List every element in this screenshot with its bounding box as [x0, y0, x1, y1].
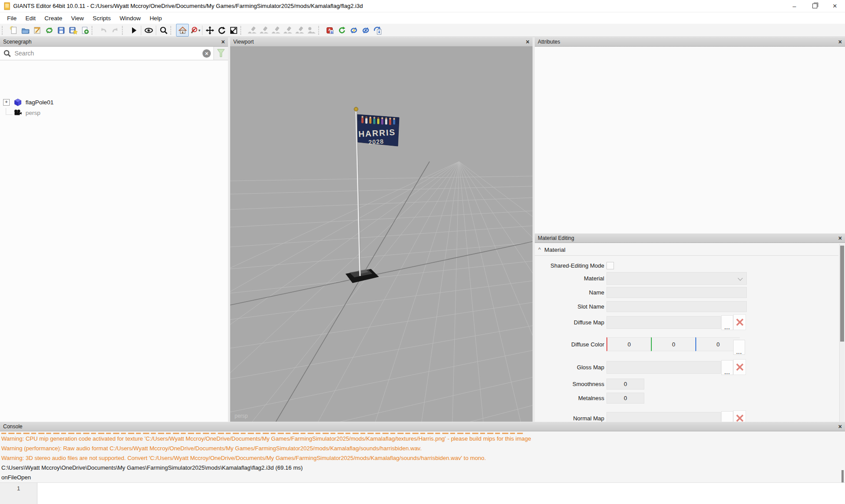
play-button[interactable] — [128, 24, 140, 36]
flag[interactable]: HARRIS 2028 — [357, 114, 399, 146]
console-scrollbar-thumb[interactable] — [841, 470, 844, 482]
open-file-button[interactable] — [19, 24, 31, 36]
reload-circle-icon — [338, 26, 346, 35]
move-icon — [206, 26, 214, 35]
new-file-icon — [9, 26, 18, 35]
diffuse-color-r-field[interactable]: 0 — [606, 337, 651, 351]
menu-file[interactable]: File — [3, 15, 21, 22]
console-panel: Console × Warning: CPU mip generation co… — [0, 422, 845, 504]
material-scrollbar[interactable] — [839, 244, 845, 422]
scenegraph-header[interactable]: Scenegraph × — [0, 37, 228, 47]
smoothness-label: Smoothness — [535, 381, 604, 387]
name-field[interactable] — [606, 287, 747, 298]
redo-button[interactable] — [109, 24, 121, 36]
save-as-button[interactable] — [67, 24, 79, 36]
menu-create[interactable]: Create — [40, 15, 67, 22]
diffuse-color-browse-button[interactable]: ... — [733, 340, 745, 355]
diffuse-map-label: Diffuse Map — [535, 319, 604, 326]
material-editing-close-button[interactable]: × — [838, 235, 842, 241]
metalness-field[interactable]: 0 — [606, 393, 644, 404]
zoom-button[interactable] — [158, 24, 169, 36]
reload-shaders-button[interactable] — [348, 24, 360, 36]
console-command-area[interactable]: 1 — [0, 482, 845, 504]
restore-button[interactable] — [805, 0, 825, 12]
diffuse-color-g-field[interactable]: 0 — [651, 337, 695, 351]
menu-view[interactable]: View — [67, 15, 88, 22]
normal-map-browse-button[interactable]: ... — [721, 411, 733, 422]
eye-icon — [144, 26, 154, 35]
reload-button[interactable] — [43, 24, 55, 36]
new-file-button[interactable] — [7, 24, 19, 36]
console-close-button[interactable]: × — [838, 423, 842, 430]
terrain-tool-icon — [247, 26, 257, 35]
notepad-edit-button[interactable] — [31, 24, 43, 36]
rotate-tool-button[interactable] — [216, 24, 228, 36]
gloss-map-browse-button[interactable]: ... — [721, 360, 733, 375]
menu-scripts[interactable]: Scripts — [88, 15, 115, 22]
close-window-button[interactable]: × — [825, 0, 845, 12]
search-filter-button[interactable] — [213, 47, 228, 60]
minimize-button[interactable]: – — [784, 0, 805, 12]
save-button[interactable] — [55, 24, 67, 36]
material-section-header[interactable]: ^ Material — [535, 244, 838, 256]
search-icon — [4, 50, 11, 57]
material-dropdown[interactable] — [606, 272, 747, 285]
expand-toggle-icon[interactable]: + — [3, 99, 10, 106]
viewport-close-button[interactable]: × — [526, 39, 529, 45]
normal-map-row: Normal Map ... — [535, 411, 845, 422]
normal-map-clear-button[interactable] — [733, 410, 746, 422]
diffuse-map-field[interactable] — [606, 316, 721, 329]
scale-tool-button[interactable] — [228, 24, 239, 36]
scenegraph-close-button[interactable]: × — [221, 39, 225, 45]
text-abc-button[interactable]: AB — [324, 24, 336, 36]
material-scrollbar-thumb[interactable] — [840, 246, 844, 342]
slot-name-field[interactable] — [606, 301, 747, 312]
diffuse-map-browse-button[interactable]: ... — [721, 315, 733, 330]
diffuse-map-clear-button[interactable] — [733, 314, 746, 330]
menu-edit[interactable]: Edit — [21, 15, 40, 22]
console-header[interactable]: Console × — [0, 422, 845, 431]
normal-map-field[interactable] — [606, 412, 721, 422]
visibility-button[interactable] — [143, 24, 154, 36]
paint-disabled-button[interactable]: ▾ — [189, 24, 201, 36]
window-title: GIANTS Editor 64bit 10.0.11 - C:/Users/W… — [13, 3, 363, 9]
shared-editing-checkbox[interactable] — [606, 262, 614, 269]
search-input[interactable] — [14, 49, 200, 57]
gloss-map-clear-button[interactable] — [733, 359, 746, 375]
navigation-mode-button[interactable] — [176, 24, 189, 37]
terrain-tool-2-button[interactable] — [258, 24, 270, 36]
viewport-header[interactable]: Viewport × — [230, 37, 533, 47]
collapse-caret-icon[interactable]: ^ — [538, 246, 541, 253]
scenegraph-node-flagpole01[interactable]: + flagPole01 — [0, 97, 228, 107]
terrain-tool-6-button[interactable] — [305, 24, 317, 36]
terrain-tool-4-button[interactable] — [282, 24, 294, 36]
attributes-header[interactable]: Attributes × — [535, 37, 845, 47]
gloss-map-field[interactable] — [606, 361, 721, 374]
menu-help[interactable]: Help — [145, 15, 166, 22]
viewport-3d-view[interactable]: HARRIS 2028 persp — [230, 47, 533, 422]
terrain-tool-3-button[interactable] — [270, 24, 282, 36]
import-button[interactable] — [79, 24, 91, 36]
search-clear-button[interactable]: × — [202, 49, 211, 58]
paint-disabled-icon — [189, 26, 198, 35]
export-button[interactable] — [371, 24, 383, 36]
terrain-tool-5-button[interactable] — [294, 24, 305, 36]
dropdown-arrow-icon[interactable]: ▾ — [198, 28, 201, 33]
attributes-close-button[interactable]: × — [838, 39, 842, 45]
scenegraph-node-persp[interactable]: persp — [0, 107, 228, 118]
terrain-tool-1-button[interactable] — [246, 24, 258, 36]
console-log[interactable]: Warning: CPU mip generation code activat… — [0, 431, 845, 482]
reload-materials-button[interactable] — [360, 24, 371, 36]
smoothness-field[interactable]: 0 — [606, 379, 644, 390]
menu-window[interactable]: Window — [115, 15, 145, 22]
move-tool-button[interactable] — [204, 24, 216, 36]
reload-textures-button[interactable] — [336, 24, 348, 36]
attributes-panel: Attributes × — [535, 37, 845, 233]
console-line: onFileOpen — [1, 473, 838, 482]
console-scrollbar[interactable] — [841, 441, 844, 482]
import-icon — [81, 26, 89, 35]
material-editing-header[interactable]: Material Editing × — [535, 233, 845, 243]
reload-icon — [45, 26, 54, 35]
normal-map-label: Normal Map — [535, 415, 604, 422]
undo-button[interactable] — [97, 24, 109, 36]
